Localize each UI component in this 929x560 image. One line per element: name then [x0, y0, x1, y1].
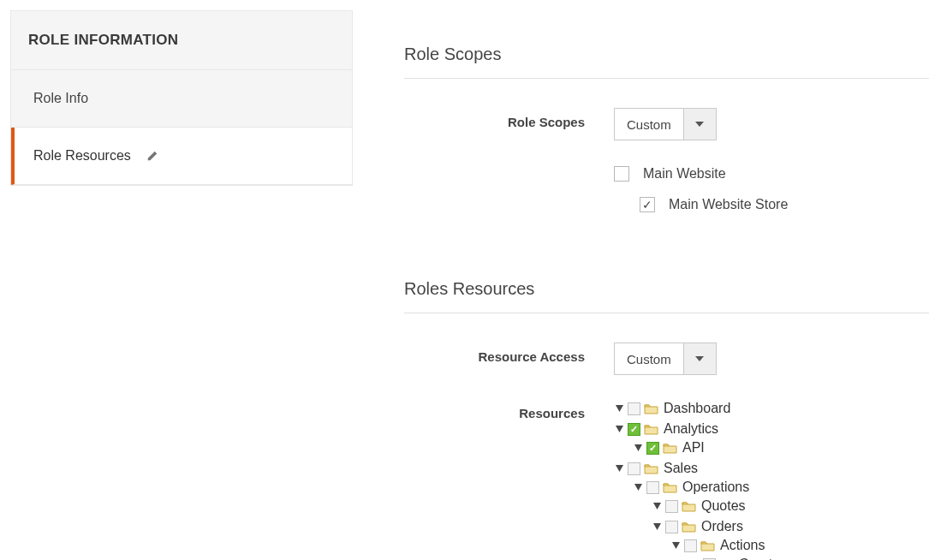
section-roles-resources: Roles Resources Resource Access Custom R…	[404, 279, 929, 560]
checkbox[interactable]	[614, 166, 629, 182]
tree-toggle-icon[interactable]	[614, 424, 624, 434]
folder-icon	[700, 539, 715, 551]
sidebar-title: ROLE INFORMATION	[11, 11, 352, 70]
tree-toggle-icon[interactable]	[633, 443, 643, 453]
scope-website-label: Main Website	[643, 166, 726, 182]
tree-toggle-icon[interactable]	[652, 521, 662, 532]
sidebar-item-role-resources[interactable]: Role Resources	[11, 128, 352, 185]
role-information-sidebar: ROLE INFORMATION Role InfoRole Resources	[10, 10, 353, 560]
tree-checkbox[interactable]	[628, 402, 640, 415]
role-scopes-select-value: Custom	[615, 109, 683, 140]
tree-node-label[interactable]: Quotes	[701, 497, 746, 515]
label-resource-access: Resource Access	[404, 343, 614, 364]
tree-checkbox[interactable]	[665, 521, 678, 533]
resource-access-select-caret[interactable]	[683, 343, 716, 374]
pencil-icon	[146, 150, 158, 162]
scope-website-row: Main Website Store	[640, 197, 929, 212]
sidebar-item-label: Role Info	[33, 91, 88, 106]
section-role-scopes: Role Scopes Role Scopes Custom Main Webs…	[404, 45, 929, 228]
sidebar-item-label: Role Resources	[33, 148, 131, 164]
tree-node: Operations	[633, 478, 929, 497]
role-scopes-select[interactable]: Custom	[614, 108, 717, 140]
folder-icon	[682, 521, 696, 533]
tree-checkbox[interactable]	[628, 423, 640, 436]
tree-node: Create	[689, 555, 929, 560]
sidebar-item-role-info[interactable]: Role Info	[11, 70, 352, 128]
tree-node: Dashboard	[614, 399, 929, 418]
folder-icon	[644, 402, 658, 414]
tree-toggle-icon[interactable]	[652, 501, 662, 511]
tree-node-label[interactable]: Dashboard	[664, 399, 730, 418]
tree-node-label[interactable]: Actions	[720, 536, 765, 555]
resource-access-select[interactable]: Custom	[614, 343, 717, 375]
resource-tree: DashboardAnalyticsAPISalesOperationsQuot…	[614, 399, 929, 560]
resource-access-select-value: Custom	[615, 343, 683, 374]
tree-node-label[interactable]: Orders	[701, 517, 743, 536]
folder-icon	[682, 500, 696, 512]
tree-checkbox[interactable]	[646, 442, 659, 455]
tree-toggle-icon[interactable]	[614, 463, 624, 474]
tree-node-label[interactable]: Sales	[664, 459, 698, 478]
section-title-scopes: Role Scopes	[404, 45, 929, 79]
label-resources: Resources	[404, 399, 614, 420]
tree-node: Actions	[670, 536, 929, 555]
main-panel: Role Scopes Role Scopes Custom Main Webs…	[353, 10, 929, 560]
tree-checkbox[interactable]	[628, 462, 640, 475]
tree-checkbox[interactable]	[665, 500, 678, 513]
label-role-scopes: Role Scopes	[404, 108, 614, 129]
tree-node: Sales	[614, 459, 929, 478]
caret-down-icon	[695, 122, 704, 127]
folder-icon	[644, 423, 658, 435]
checkbox[interactable]	[640, 197, 655, 212]
caret-down-icon	[695, 356, 704, 361]
tree-node-label[interactable]: Operations	[682, 478, 749, 497]
scope-website-row: Main Website	[614, 166, 929, 182]
tree-node: Orders	[652, 517, 929, 536]
tree-toggle-icon[interactable]	[633, 482, 643, 492]
folder-icon	[644, 462, 658, 474]
folder-icon	[663, 481, 677, 493]
tree-node-label[interactable]: Create	[739, 555, 780, 560]
tree-node: API	[633, 438, 929, 457]
tree-toggle-icon[interactable]	[614, 403, 624, 414]
scope-website-label: Main Website Store	[669, 197, 788, 212]
role-scopes-select-caret[interactable]	[683, 109, 716, 140]
section-title-resources: Roles Resources	[404, 279, 929, 313]
folder-icon	[663, 442, 677, 454]
tree-checkbox[interactable]	[684, 539, 697, 552]
tree-checkbox[interactable]	[646, 481, 659, 494]
tree-node: Analytics	[614, 420, 929, 438]
tree-toggle-icon[interactable]	[670, 540, 681, 551]
tree-node: Quotes	[652, 497, 929, 515]
tree-node-label[interactable]: Analytics	[664, 420, 718, 438]
tree-node-label[interactable]: API	[682, 438, 705, 457]
